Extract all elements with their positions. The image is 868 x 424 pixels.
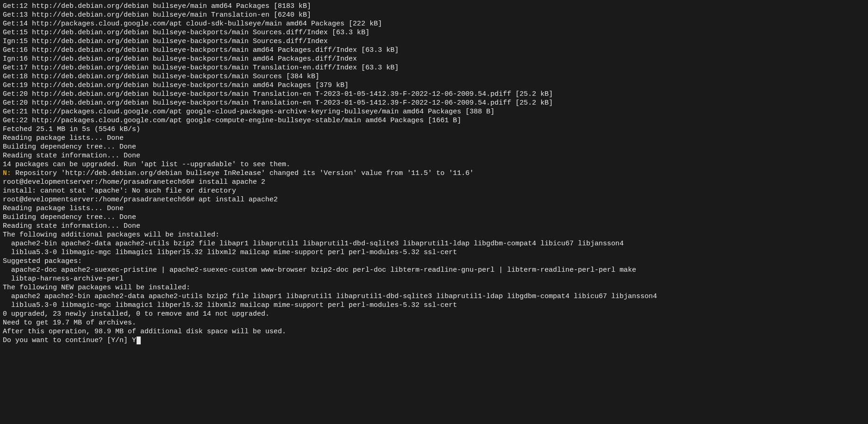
- terminal-line: The following additional packages will b…: [3, 231, 219, 239]
- terminal-line: Get:14 http://packages.cloud.google.com/…: [3, 20, 382, 28]
- terminal-line: Get:17 http://deb.debian.org/debian bull…: [3, 64, 399, 72]
- terminal-line: Get:18 http://deb.debian.org/debian bull…: [3, 73, 319, 81]
- terminal-line: 0 upgraded, 23 newly installed, 0 to rem…: [3, 310, 269, 318]
- cursor-icon: [137, 337, 141, 344]
- terminal-line: apache2-bin apache2-data apache2-utils b…: [3, 240, 624, 248]
- terminal-line: Reading state information... Done: [3, 152, 140, 160]
- terminal-line: Get:19 http://deb.debian.org/debian bull…: [3, 81, 349, 89]
- terminal-line: Get:20 http://deb.debian.org/debian bull…: [3, 99, 553, 107]
- terminal-line: Ign:15 http://deb.debian.org/debian bull…: [3, 37, 328, 45]
- terminal-line: 14 packages can be upgraded. Run 'apt li…: [3, 161, 290, 168]
- terminal-line: liblua5.3-0 libmagic-mgc libmagic1 libpe…: [3, 249, 457, 256]
- terminal-line: Get:15 http://deb.debian.org/debian bull…: [3, 29, 369, 37]
- terminal-line: Reading package lists... Done: [3, 205, 124, 212]
- terminal-line: root@developmentserver:/home/prasadranet…: [3, 196, 278, 204]
- terminal-line: Building dependency tree... Done: [3, 143, 136, 151]
- terminal-line: apache2-doc apache2-suexec-pristine | ap…: [3, 266, 636, 274]
- terminal-line: Get:22 http://packages.cloud.google.com/…: [3, 117, 461, 125]
- terminal-line: Building dependency tree... Done: [3, 213, 136, 221]
- terminal-line: install: cannot stat 'apache': No such f…: [3, 187, 236, 195]
- terminal-line: Get:12 http://deb.debian.org/debian bull…: [3, 2, 311, 10]
- terminal-line: Get:20 http://deb.debian.org/debian bull…: [3, 90, 553, 98]
- continue-prompt: Do you want to continue? [Y/n]: [3, 337, 132, 344]
- terminal-line: Reading package lists... Done: [3, 134, 124, 142]
- terminal-line: Suggested packages:: [3, 257, 82, 265]
- terminal-line: libtap-harness-archive-perl: [3, 275, 124, 283]
- terminal-output[interactable]: Get:12 http://deb.debian.org/debian bull…: [0, 0, 868, 347]
- prompt-input[interactable]: Y: [132, 337, 136, 344]
- terminal-line: root@developmentserver:/home/prasadranet…: [3, 178, 265, 186]
- terminal-line: After this operation, 98.9 MB of additio…: [3, 328, 286, 336]
- terminal-line: apache2 apache2-bin apache2-data apache2…: [3, 293, 657, 300]
- terminal-line: Get:13 http://deb.debian.org/debian bull…: [3, 11, 311, 19]
- terminal-line: The following NEW packages will be insta…: [3, 284, 190, 292]
- terminal-line: Get:21 http://packages.cloud.google.com/…: [3, 108, 494, 116]
- terminal-line: liblua5.3-0 libmagic-mgc libmagic1 libpe…: [3, 301, 457, 309]
- terminal-line: Get:16 http://deb.debian.org/debian bull…: [3, 46, 399, 54]
- terminal-line: N: Repository 'http://deb.debian.org/deb…: [3, 169, 474, 177]
- notice-prefix: N:: [3, 169, 11, 177]
- terminal-line: Reading state information... Done: [3, 222, 140, 230]
- terminal-line: Ign:16 http://deb.debian.org/debian bull…: [3, 55, 357, 63]
- terminal-line: Need to get 19.7 MB of archives.: [3, 319, 136, 327]
- terminal-line: Fetched 25.1 MB in 5s (5546 kB/s): [3, 125, 140, 133]
